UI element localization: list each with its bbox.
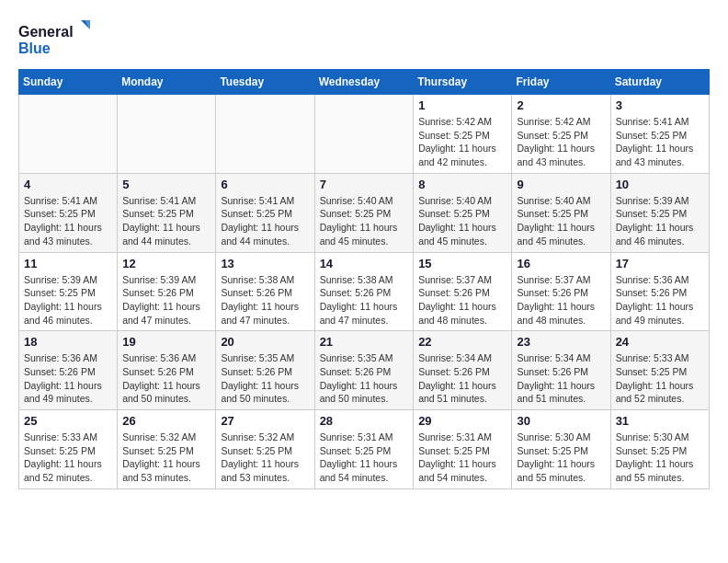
page-header: General Blue	[18, 18, 710, 60]
day-number: 31	[616, 414, 704, 428]
day-info: Sunrise: 5:41 AM Sunset: 5:25 PM Dayligh…	[616, 115, 704, 169]
calendar-day-cell: 4Sunrise: 5:41 AM Sunset: 5:25 PM Daylig…	[19, 173, 118, 252]
calendar-week-row: 4Sunrise: 5:41 AM Sunset: 5:25 PM Daylig…	[19, 173, 710, 252]
calendar-day-cell	[118, 95, 216, 174]
calendar-day-cell: 25Sunrise: 5:33 AM Sunset: 5:25 PM Dayli…	[19, 410, 118, 489]
calendar-day-cell: 5Sunrise: 5:41 AM Sunset: 5:25 PM Daylig…	[118, 173, 216, 252]
day-number: 19	[122, 335, 210, 349]
day-number: 22	[418, 335, 506, 349]
day-number: 27	[221, 414, 309, 428]
day-info: Sunrise: 5:33 AM Sunset: 5:25 PM Dayligh…	[616, 351, 704, 406]
day-info: Sunrise: 5:42 AM Sunset: 5:25 PM Dayligh…	[517, 115, 605, 169]
day-number: 16	[517, 257, 605, 270]
calendar-day-cell: 17Sunrise: 5:36 AM Sunset: 5:26 PM Dayli…	[610, 252, 709, 331]
calendar-day-cell: 28Sunrise: 5:31 AM Sunset: 5:25 PM Dayli…	[314, 410, 414, 489]
weekday-header: Friday	[512, 70, 610, 95]
day-number: 11	[24, 257, 112, 270]
calendar-day-cell: 12Sunrise: 5:39 AM Sunset: 5:26 PM Dayli…	[118, 252, 216, 331]
day-number: 30	[517, 414, 605, 428]
calendar-week-row: 25Sunrise: 5:33 AM Sunset: 5:25 PM Dayli…	[19, 410, 710, 489]
day-info: Sunrise: 5:38 AM Sunset: 5:26 PM Dayligh…	[221, 273, 309, 327]
day-number: 21	[320, 335, 409, 349]
day-info: Sunrise: 5:40 AM Sunset: 5:25 PM Dayligh…	[320, 194, 409, 248]
day-info: Sunrise: 5:32 AM Sunset: 5:25 PM Dayligh…	[221, 431, 309, 485]
calendar-day-cell: 21Sunrise: 5:35 AM Sunset: 5:26 PM Dayli…	[314, 331, 414, 410]
day-number: 4	[24, 178, 112, 191]
day-info: Sunrise: 5:36 AM Sunset: 5:26 PM Dayligh…	[24, 351, 112, 406]
calendar-day-cell: 8Sunrise: 5:40 AM Sunset: 5:25 PM Daylig…	[414, 173, 512, 252]
svg-text:Blue: Blue	[18, 40, 51, 56]
calendar-day-cell: 3Sunrise: 5:41 AM Sunset: 5:25 PM Daylig…	[610, 95, 709, 174]
calendar-day-cell	[216, 95, 314, 174]
calendar-day-cell: 10Sunrise: 5:39 AM Sunset: 5:25 PM Dayli…	[610, 173, 709, 252]
calendar-day-cell: 19Sunrise: 5:36 AM Sunset: 5:26 PM Dayli…	[118, 331, 216, 410]
logo-svg: General Blue	[18, 18, 92, 60]
calendar-week-row: 11Sunrise: 5:39 AM Sunset: 5:25 PM Dayli…	[19, 252, 710, 331]
calendar-day-cell: 22Sunrise: 5:34 AM Sunset: 5:26 PM Dayli…	[414, 331, 512, 410]
calendar-day-cell: 30Sunrise: 5:30 AM Sunset: 5:25 PM Dayli…	[512, 410, 610, 489]
day-number: 20	[221, 335, 309, 349]
day-info: Sunrise: 5:36 AM Sunset: 5:26 PM Dayligh…	[122, 351, 210, 406]
day-info: Sunrise: 5:41 AM Sunset: 5:25 PM Dayligh…	[122, 194, 210, 248]
day-number: 23	[517, 335, 605, 349]
day-info: Sunrise: 5:33 AM Sunset: 5:25 PM Dayligh…	[24, 431, 112, 485]
weekday-header: Tuesday	[216, 70, 314, 95]
logo: General Blue	[18, 18, 92, 60]
calendar-day-cell: 16Sunrise: 5:37 AM Sunset: 5:26 PM Dayli…	[512, 252, 610, 331]
day-info: Sunrise: 5:30 AM Sunset: 5:25 PM Dayligh…	[517, 431, 605, 485]
calendar-week-row: 18Sunrise: 5:36 AM Sunset: 5:26 PM Dayli…	[19, 331, 710, 410]
day-number: 10	[616, 178, 704, 191]
day-info: Sunrise: 5:37 AM Sunset: 5:26 PM Dayligh…	[418, 273, 506, 327]
day-number: 3	[616, 98, 704, 112]
calendar-day-cell: 9Sunrise: 5:40 AM Sunset: 5:25 PM Daylig…	[512, 173, 610, 252]
day-info: Sunrise: 5:39 AM Sunset: 5:25 PM Dayligh…	[616, 194, 704, 248]
day-info: Sunrise: 5:30 AM Sunset: 5:25 PM Dayligh…	[616, 431, 704, 485]
day-number: 9	[517, 178, 605, 191]
calendar-day-cell: 18Sunrise: 5:36 AM Sunset: 5:26 PM Dayli…	[19, 331, 118, 410]
calendar-day-cell: 26Sunrise: 5:32 AM Sunset: 5:25 PM Dayli…	[118, 410, 216, 489]
calendar-day-cell: 13Sunrise: 5:38 AM Sunset: 5:26 PM Dayli…	[216, 252, 314, 331]
day-number: 18	[24, 335, 112, 349]
calendar-week-row: 1Sunrise: 5:42 AM Sunset: 5:25 PM Daylig…	[19, 95, 710, 174]
day-number: 14	[320, 257, 409, 270]
weekday-header: Saturday	[610, 70, 709, 95]
calendar-day-cell: 31Sunrise: 5:30 AM Sunset: 5:25 PM Dayli…	[610, 410, 709, 489]
calendar-header-row: SundayMondayTuesdayWednesdayThursdayFrid…	[19, 70, 710, 95]
calendar-day-cell: 27Sunrise: 5:32 AM Sunset: 5:25 PM Dayli…	[216, 410, 314, 489]
weekday-header: Monday	[118, 70, 216, 95]
day-info: Sunrise: 5:39 AM Sunset: 5:25 PM Dayligh…	[24, 273, 112, 327]
calendar-day-cell: 1Sunrise: 5:42 AM Sunset: 5:25 PM Daylig…	[414, 95, 512, 174]
day-number: 8	[418, 178, 506, 191]
day-info: Sunrise: 5:34 AM Sunset: 5:26 PM Dayligh…	[517, 351, 605, 406]
day-number: 5	[122, 178, 210, 191]
day-number: 24	[616, 335, 704, 349]
day-info: Sunrise: 5:34 AM Sunset: 5:26 PM Dayligh…	[418, 351, 506, 406]
day-info: Sunrise: 5:35 AM Sunset: 5:26 PM Dayligh…	[221, 351, 309, 406]
calendar-day-cell: 2Sunrise: 5:42 AM Sunset: 5:25 PM Daylig…	[512, 95, 610, 174]
day-info: Sunrise: 5:31 AM Sunset: 5:25 PM Dayligh…	[320, 431, 409, 485]
calendar-day-cell: 23Sunrise: 5:34 AM Sunset: 5:26 PM Dayli…	[512, 331, 610, 410]
day-info: Sunrise: 5:32 AM Sunset: 5:25 PM Dayligh…	[122, 431, 210, 485]
day-info: Sunrise: 5:41 AM Sunset: 5:25 PM Dayligh…	[24, 194, 112, 248]
day-number: 2	[517, 98, 605, 112]
weekday-header: Wednesday	[314, 70, 414, 95]
calendar-day-cell: 24Sunrise: 5:33 AM Sunset: 5:25 PM Dayli…	[610, 331, 709, 410]
svg-text:General: General	[18, 24, 74, 40]
day-info: Sunrise: 5:36 AM Sunset: 5:26 PM Dayligh…	[616, 273, 704, 327]
day-info: Sunrise: 5:39 AM Sunset: 5:26 PM Dayligh…	[122, 273, 210, 327]
day-info: Sunrise: 5:37 AM Sunset: 5:26 PM Dayligh…	[517, 273, 605, 327]
calendar-day-cell: 14Sunrise: 5:38 AM Sunset: 5:26 PM Dayli…	[314, 252, 414, 331]
day-number: 6	[221, 178, 309, 191]
day-info: Sunrise: 5:35 AM Sunset: 5:26 PM Dayligh…	[320, 351, 409, 406]
day-number: 15	[418, 257, 506, 270]
weekday-header: Thursday	[414, 70, 512, 95]
calendar-day-cell: 15Sunrise: 5:37 AM Sunset: 5:26 PM Dayli…	[414, 252, 512, 331]
day-number: 12	[122, 257, 210, 270]
calendar-day-cell: 11Sunrise: 5:39 AM Sunset: 5:25 PM Dayli…	[19, 252, 118, 331]
day-number: 13	[221, 257, 309, 270]
day-number: 7	[320, 178, 409, 191]
day-info: Sunrise: 5:40 AM Sunset: 5:25 PM Dayligh…	[517, 194, 605, 248]
day-info: Sunrise: 5:31 AM Sunset: 5:25 PM Dayligh…	[418, 431, 506, 485]
calendar-day-cell	[314, 95, 414, 174]
calendar-day-cell: 6Sunrise: 5:41 AM Sunset: 5:25 PM Daylig…	[216, 173, 314, 252]
